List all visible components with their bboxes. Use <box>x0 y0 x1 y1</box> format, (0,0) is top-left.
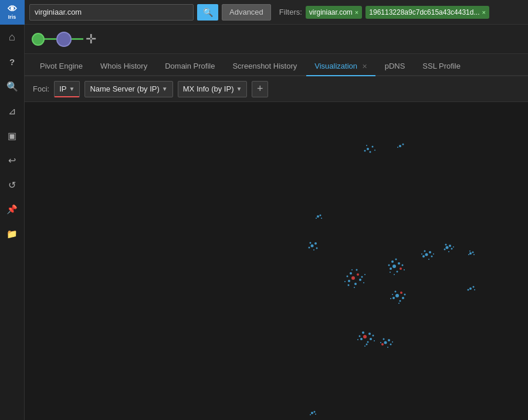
advanced-button[interactable]: Advanced <box>222 4 271 21</box>
pivot-line-1 <box>45 38 56 40</box>
filter-tag-hash: 196113228a9c7dc615a43c4431d... × <box>365 6 489 19</box>
svg-point-92 <box>384 341 387 344</box>
tab-domain-profile-label: Domain Profile <box>165 62 215 70</box>
filter-domain-remove[interactable]: × <box>355 9 358 16</box>
svg-point-5 <box>366 145 367 146</box>
svg-point-78 <box>468 289 469 291</box>
visualization-canvas[interactable] <box>25 102 528 420</box>
history-icon: ↺ <box>8 179 16 191</box>
topbar: 🔍 Advanced Filters: virginiaar.com × 196… <box>25 0 528 25</box>
pivot-bar: ✛ <box>25 25 528 54</box>
filter-hash-remove[interactable]: × <box>482 9 485 16</box>
foci-ip-arrow: ▼ <box>69 86 75 92</box>
svg-point-66 <box>444 249 446 250</box>
back-icon: ↩ <box>8 155 16 166</box>
foci-dropdown-ip[interactable]: IP ▼ <box>54 81 80 97</box>
collections-icon: ▣ <box>8 130 16 141</box>
svg-point-49 <box>431 256 433 258</box>
svg-point-82 <box>360 338 363 340</box>
sidebar-item-collections[interactable]: ▣ <box>0 123 25 148</box>
tab-pivot-engine[interactable]: Pivot Engine <box>32 58 91 76</box>
tab-ssl-profile[interactable]: SSL Profile <box>414 58 469 76</box>
sidebar-item-history[interactable]: ↺ <box>0 172 25 197</box>
pin-icon: 📌 <box>6 204 18 215</box>
svg-point-73 <box>468 254 469 255</box>
svg-point-93 <box>388 339 390 341</box>
tab-visualization-close[interactable]: ✕ <box>362 63 367 70</box>
svg-point-47 <box>429 251 431 253</box>
svg-point-30 <box>344 281 346 282</box>
search-button[interactable]: 🔍 <box>197 4 218 21</box>
sidebar-item-pin[interactable]: 📌 <box>0 197 25 222</box>
svg-point-100 <box>311 412 313 414</box>
svg-point-98 <box>392 341 393 343</box>
folder-icon: 📁 <box>6 229 18 239</box>
svg-point-32 <box>364 274 365 275</box>
svg-point-38 <box>391 260 394 263</box>
svg-point-15 <box>309 247 310 249</box>
svg-point-43 <box>390 272 391 273</box>
svg-point-83 <box>370 338 372 340</box>
svg-point-0 <box>367 148 369 150</box>
search-input[interactable] <box>29 4 194 21</box>
svg-point-25 <box>361 276 363 278</box>
svg-point-90 <box>364 346 365 347</box>
svg-point-58 <box>395 291 397 293</box>
svg-point-8 <box>397 147 398 148</box>
svg-point-86 <box>373 335 374 337</box>
svg-point-33 <box>351 269 353 270</box>
app-logo[interactable]: 👁 Iris <box>0 0 25 25</box>
foci-nameserver-arrow: ▼ <box>162 86 168 92</box>
filter-domain-text: virginiaar.com <box>309 8 353 16</box>
svg-point-99 <box>380 342 381 343</box>
svg-point-68 <box>445 244 447 246</box>
svg-point-41 <box>388 265 390 266</box>
svg-point-67 <box>451 248 453 250</box>
svg-point-11 <box>316 218 317 219</box>
pivot-move-icon[interactable]: ✛ <box>86 32 96 47</box>
svg-point-24 <box>354 283 357 285</box>
tab-screenshot-history-label: Screenshot History <box>232 62 297 70</box>
sidebar-item-folder[interactable]: 📁 <box>0 222 25 246</box>
svg-point-44 <box>404 269 405 270</box>
tab-visualization[interactable]: Visualization ✕ <box>306 58 375 76</box>
svg-point-96 <box>383 338 385 340</box>
sidebar-item-back[interactable]: ↩ <box>0 148 25 172</box>
svg-point-21 <box>348 280 350 282</box>
foci-dropdown-mx[interactable]: MX Info (by IP) ▼ <box>178 81 248 97</box>
pivot-connector: ✛ <box>32 32 96 47</box>
tab-whois-history-label: Whois History <box>100 62 147 70</box>
sidebar-item-help[interactable]: ? <box>0 49 25 74</box>
tab-screenshot-history[interactable]: Screenshot History <box>224 58 305 76</box>
svg-point-19 <box>351 276 355 280</box>
svg-point-87 <box>359 336 361 337</box>
svg-point-37 <box>400 267 402 270</box>
svg-point-97 <box>387 347 388 348</box>
pivot-node-1 <box>32 33 45 46</box>
help-icon: ? <box>9 57 15 67</box>
sidebar-item-search[interactable]: 🔍 <box>0 74 25 99</box>
tab-domain-profile[interactable]: Domain Profile <box>157 58 223 76</box>
foci-mx-arrow: ▼ <box>236 86 242 92</box>
foci-mx-label: MX Info (by IP) <box>183 84 234 93</box>
filters-label: Filters: <box>279 8 302 16</box>
svg-point-23 <box>350 272 352 275</box>
svg-point-88 <box>366 344 368 346</box>
sidebar-item-filter[interactable]: ⊿ <box>0 99 25 123</box>
search-sidebar-icon: 🔍 <box>6 81 18 92</box>
svg-point-72 <box>472 252 474 253</box>
svg-point-60 <box>404 294 406 296</box>
svg-point-63 <box>390 298 391 299</box>
svg-point-62 <box>398 303 400 304</box>
svg-point-35 <box>398 262 400 265</box>
svg-point-74 <box>473 254 475 255</box>
foci-dropdown-nameserver[interactable]: Name Server (by IP) ▼ <box>84 81 172 97</box>
svg-point-85 <box>367 341 369 343</box>
visualization-svg <box>25 102 528 420</box>
sidebar-item-home[interactable]: ⌂ <box>0 25 25 49</box>
foci-add-button[interactable]: + <box>252 81 268 97</box>
filter-tag-domain: virginiaar.com × <box>306 6 362 19</box>
tab-whois-history[interactable]: Whois History <box>92 58 155 76</box>
svg-point-2 <box>370 151 371 153</box>
tab-pdns[interactable]: pDNS <box>377 58 414 76</box>
